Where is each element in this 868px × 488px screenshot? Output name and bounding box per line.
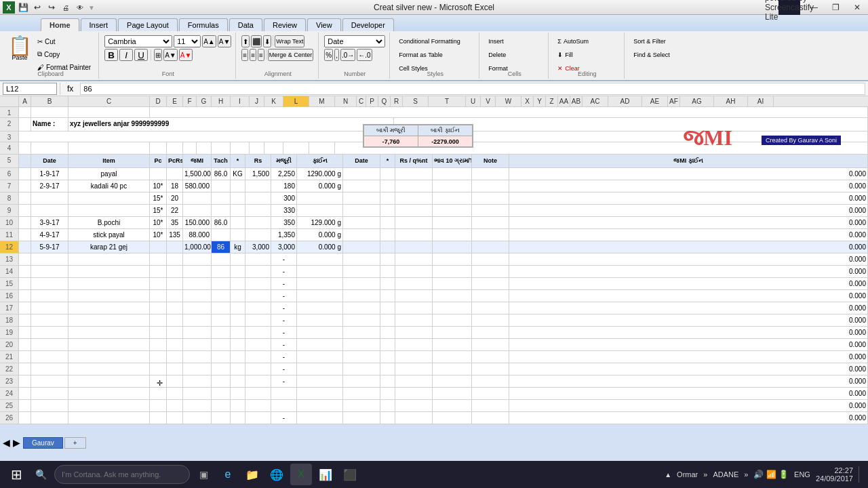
cell-majuri[interactable]: -: [271, 278, 297, 289]
cell[interactable]: [343, 327, 380, 338]
cell[interactable]: [183, 290, 212, 302]
cell[interactable]: [297, 253, 343, 265]
cell[interactable]: [19, 375, 31, 387]
cell[interactable]: [19, 412, 31, 424]
edge-btn[interactable]: e: [217, 464, 239, 485]
cell[interactable]: [183, 253, 212, 265]
cell[interactable]: [297, 412, 343, 424]
cell-majuri[interactable]: 1,350: [271, 229, 297, 241]
cell[interactable]: [380, 253, 395, 265]
close-btn[interactable]: ✕: [846, 0, 868, 15]
cell-majuri[interactable]: -: [271, 266, 297, 277]
cell[interactable]: [183, 302, 212, 314]
cell[interactable]: [183, 351, 212, 363]
italic-button[interactable]: I: [119, 49, 133, 61]
cell[interactable]: [343, 217, 380, 228]
cell-item[interactable]: karap 21 gej: [68, 241, 150, 253]
cell-star-header[interactable]: *: [231, 155, 245, 167]
cell[interactable]: [68, 327, 150, 338]
quick-access-toolbar[interactable]: X 💾 ↩ ↪ 🖨 👁 ▼: [3, 0, 95, 15]
cell[interactable]: [433, 253, 472, 265]
cell-item[interactable]: B.pochi: [68, 217, 150, 228]
cell-jama-fine[interactable]: 0.000: [509, 302, 868, 314]
cell[interactable]: [150, 412, 167, 424]
cell-header[interactable]: [19, 155, 31, 167]
cell[interactable]: [395, 314, 433, 326]
cell-fine[interactable]: 0.000 g: [297, 180, 343, 192]
col-AB[interactable]: AB: [570, 96, 583, 106]
cell[interactable]: [380, 388, 395, 399]
decimal-inc-btn[interactable]: .0→: [340, 49, 355, 61]
cell[interactable]: [31, 314, 68, 326]
conditional-formatting-btn[interactable]: Conditional Formatting: [395, 35, 464, 47]
cell[interactable]: [245, 339, 271, 350]
cell[interactable]: [297, 363, 343, 375]
cell[interactable]: [167, 400, 183, 411]
cell-majuri[interactable]: -: [271, 327, 297, 338]
cell[interactable]: [167, 253, 183, 265]
cell[interactable]: [245, 290, 271, 302]
cell[interactable]: [183, 266, 212, 277]
cell[interactable]: [183, 327, 212, 338]
cell-jama-fine[interactable]: 0.000: [509, 314, 868, 326]
cell[interactable]: [212, 192, 231, 204]
cell[interactable]: [68, 412, 150, 424]
cell[interactable]: [68, 278, 150, 289]
cell[interactable]: [472, 302, 509, 314]
cell[interactable]: [264, 142, 283, 154]
name-box[interactable]: [3, 83, 57, 95]
cell[interactable]: [150, 107, 868, 117]
comma-btn[interactable]: ,: [334, 49, 339, 61]
cell-pcrs[interactable]: 35: [167, 217, 183, 228]
cell[interactable]: [395, 229, 433, 241]
cell-majuri[interactable]: 350: [271, 217, 297, 228]
cell[interactable]: [343, 388, 380, 399]
cell[interactable]: [395, 266, 433, 277]
cell[interactable]: [472, 253, 509, 265]
cell[interactable]: [245, 351, 271, 363]
cell[interactable]: [150, 302, 167, 314]
cell[interactable]: [19, 400, 31, 411]
col-R[interactable]: R: [391, 96, 403, 106]
cell[interactable]: [395, 180, 433, 192]
find-select-btn[interactable]: Find & Select: [630, 49, 684, 61]
cell[interactable]: [433, 290, 472, 302]
cell-pc[interactable]: 10*: [150, 229, 167, 241]
cell-item-header[interactable]: Item: [68, 155, 150, 167]
cell[interactable]: [212, 339, 231, 350]
cell[interactable]: [395, 412, 433, 424]
cell[interactable]: [433, 241, 472, 253]
cell[interactable]: [231, 339, 245, 350]
tab-developer[interactable]: Developer: [342, 18, 394, 31]
cell[interactable]: [183, 205, 212, 216]
cell[interactable]: [380, 351, 395, 363]
cell[interactable]: [245, 302, 271, 314]
cell-fine[interactable]: 129.000 g: [297, 217, 343, 228]
cell-pc[interactable]: [150, 241, 167, 253]
cell[interactable]: [472, 339, 509, 350]
cell[interactable]: [433, 363, 472, 375]
cell[interactable]: [297, 351, 343, 363]
file-explorer-btn[interactable]: 📁: [241, 464, 263, 485]
cell-pc-header[interactable]: Pc: [150, 155, 167, 167]
cell-star[interactable]: kg: [231, 241, 245, 253]
cell[interactable]: [297, 290, 343, 302]
insert-cells-btn[interactable]: Insert: [485, 35, 539, 47]
cell-majuri[interactable]: 330: [271, 205, 297, 216]
cell-date2-header[interactable]: Date: [343, 155, 380, 167]
cell[interactable]: [167, 278, 183, 289]
cell[interactable]: [212, 253, 231, 265]
name-label-cell[interactable]: Name :: [31, 118, 68, 131]
cell[interactable]: [183, 375, 212, 387]
cell-star[interactable]: KG: [231, 168, 245, 180]
col-AC[interactable]: AC: [583, 96, 608, 106]
cell-majuri[interactable]: -: [271, 351, 297, 363]
cell-majuri[interactable]: -: [271, 339, 297, 350]
formula-input[interactable]: [80, 83, 865, 95]
cell-jama[interactable]: 88.000: [183, 229, 212, 241]
cell[interactable]: [380, 375, 395, 387]
cell[interactable]: [472, 290, 509, 302]
cell[interactable]: [380, 412, 395, 424]
cell-tach-selected[interactable]: 86: [212, 241, 231, 253]
cell-jama-fine[interactable]: 0.000: [509, 241, 868, 253]
